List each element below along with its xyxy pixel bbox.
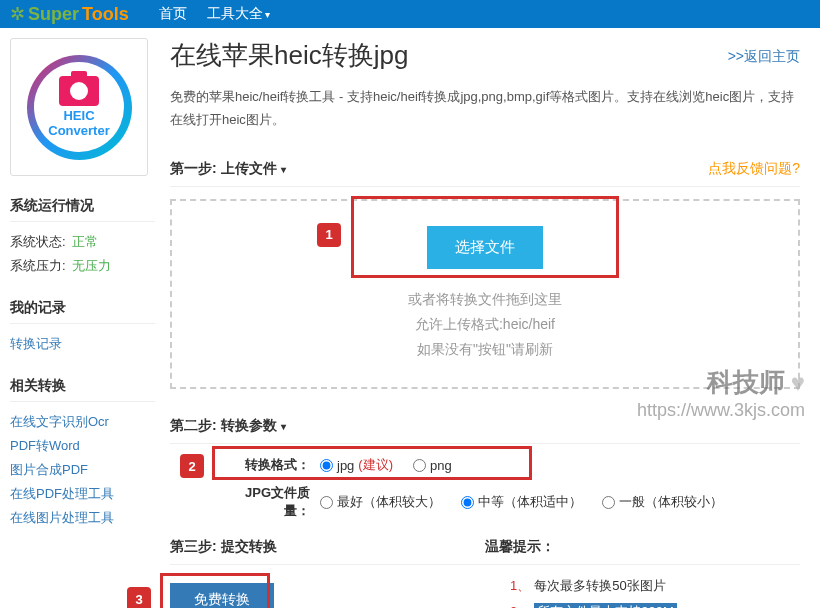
annotation-marker-1: 1 <box>317 223 341 247</box>
step2-title[interactable]: 第二步: 转换参数 <box>170 417 286 435</box>
system-status-title: 系统运行情况 <box>10 191 155 222</box>
converter-label-conv: Converter <box>48 123 109 138</box>
nav-tools-dropdown[interactable]: 工具大全 <box>207 5 271 23</box>
annotation-box-3 <box>160 573 270 608</box>
page-description: 免费的苹果heic/heif转换工具 - 支持heic/heif转换成jpg,p… <box>170 85 800 132</box>
pressure-value: 无压力 <box>72 257 111 275</box>
tips-header: 温馨提示： <box>485 530 800 565</box>
annotation-box-1 <box>351 196 619 278</box>
tips-title: 温馨提示： <box>485 538 555 556</box>
related-link-pdf2word[interactable]: PDF转Word <box>10 434 155 458</box>
quality-label: JPG文件质量： <box>220 484 310 520</box>
feedback-link[interactable]: 点我反馈问题? <box>708 160 800 178</box>
hint-2: 允许上传格式:heic/heif <box>182 312 788 337</box>
camera-icon <box>59 76 99 106</box>
quality-best-option[interactable]: 最好（体积较大） <box>320 493 441 511</box>
status-label: 系统状态: <box>10 233 66 251</box>
related-link-img2pdf[interactable]: 图片合成PDF <box>10 458 155 482</box>
annotation-marker-3: 3 <box>127 587 151 608</box>
step1-title[interactable]: 第一步: 上传文件 <box>170 160 286 178</box>
upload-dropzone[interactable]: 1 选择文件 或者将转换文件拖到这里 允许上传格式:heic/heif 如果没有… <box>170 199 800 390</box>
hint-3: 如果没有"按钮"请刷新 <box>182 337 788 362</box>
related-title: 相关转换 <box>10 371 155 402</box>
navbar: ✲ Super Tools 首页 工具大全 <box>0 0 820 28</box>
records-link[interactable]: 转换记录 <box>10 332 155 356</box>
quality-best-radio[interactable] <box>320 496 333 509</box>
tip-2-highlight: 所有文件最大支持999M <box>534 603 677 608</box>
hint-1: 或者将转换文件拖到这里 <box>182 287 788 312</box>
main-content: 在线苹果heic转换jpg >>返回主页 免费的苹果heic/heif转换工具 … <box>170 38 810 608</box>
upload-hints: 或者将转换文件拖到这里 允许上传格式:heic/heif 如果没有"按钮"请刷新 <box>182 287 788 363</box>
records-title: 我的记录 <box>10 293 155 324</box>
converter-label-heic: HEIC <box>63 108 94 123</box>
pressure-label: 系统压力: <box>10 257 66 275</box>
logo-text-1: Super <box>28 4 79 25</box>
quality-medium-option[interactable]: 中等（体积适中） <box>461 493 582 511</box>
logo-text-2: Tools <box>82 4 129 25</box>
tips-list: 每次最多转换50张图片 所有文件最大支持999M <box>485 577 800 608</box>
nav-home[interactable]: 首页 <box>159 5 187 23</box>
page-title: 在线苹果heic转换jpg <box>170 38 408 73</box>
step3-title: 第三步: 提交转换 <box>170 538 277 556</box>
status-value: 正常 <box>72 233 98 251</box>
tip-2: 所有文件最大支持999M <box>510 603 800 608</box>
logo[interactable]: ✲ Super Tools <box>10 3 129 25</box>
back-link[interactable]: >>返回主页 <box>728 48 800 66</box>
step2-header: 第二步: 转换参数 <box>170 409 800 444</box>
quality-medium-radio[interactable] <box>461 496 474 509</box>
quality-medium-text: 中等（体积适中） <box>478 493 582 511</box>
converter-logo: HEIC Converter <box>10 38 148 176</box>
nav-links: 首页 工具大全 <box>159 5 271 23</box>
quality-normal-radio[interactable] <box>602 496 615 509</box>
annotation-marker-2: 2 <box>180 454 204 478</box>
gear-icon: ✲ <box>10 3 25 25</box>
related-link-pdftools[interactable]: 在线PDF处理工具 <box>10 482 155 506</box>
related-link-imgtools[interactable]: 在线图片处理工具 <box>10 506 155 530</box>
sidebar: HEIC Converter 系统运行情况 系统状态: 正常 系统压力: 无压力… <box>10 38 155 608</box>
step1-header: 第一步: 上传文件 点我反馈问题? <box>170 152 800 187</box>
quality-normal-option[interactable]: 一般（体积较小） <box>602 493 723 511</box>
quality-normal-text: 一般（体积较小） <box>619 493 723 511</box>
annotation-box-2 <box>212 446 532 480</box>
tip-1: 每次最多转换50张图片 <box>510 577 800 595</box>
quality-best-text: 最好（体积较大） <box>337 493 441 511</box>
step3-header: 第三步: 提交转换 <box>170 530 485 565</box>
related-link-ocr[interactable]: 在线文字识别Ocr <box>10 410 155 434</box>
